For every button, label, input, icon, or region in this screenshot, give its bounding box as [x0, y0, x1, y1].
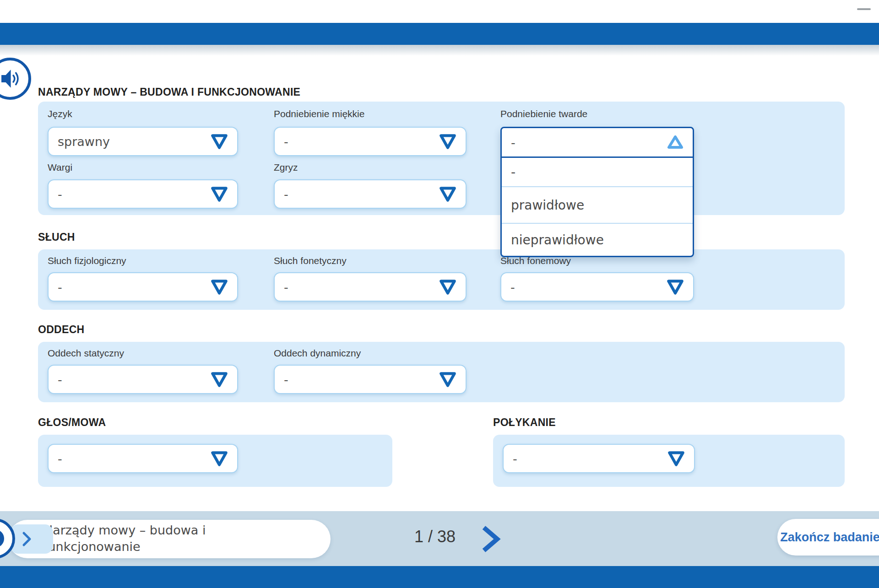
dropdown-sluch-fonemowy[interactable]: - — [500, 272, 694, 302]
current-section-title-line1: Narządy mowy – budowa i — [43, 522, 206, 539]
dropdown-value: - — [504, 452, 517, 466]
dropdown-oddech-dynamiczny[interactable]: - — [274, 365, 467, 394]
dropdown-option-prawidlowe[interactable]: prawidłowe — [502, 186, 693, 223]
current-section-pill: Narządy mowy – budowa i funkcjonowanie — [8, 520, 331, 558]
footer-blue-strip — [0, 566, 879, 588]
section-heading-glos-mowa: GŁOS/MOWA — [38, 416, 106, 429]
label-oddech-dynamiczny: Oddech dynamiczny — [274, 348, 361, 359]
chevron-down-icon — [209, 370, 230, 389]
dropdown-value: - — [275, 280, 288, 294]
dropdown-value: - — [275, 372, 288, 387]
top-blue-bar — [0, 23, 879, 45]
dropdown-podniebienie-miekkie[interactable]: - — [274, 127, 467, 156]
dropdown-polykanie[interactable]: - — [503, 444, 695, 473]
dropdown-value: - — [49, 187, 62, 201]
chevron-down-icon — [209, 184, 230, 204]
dropdown-value: - — [501, 280, 515, 294]
record-dot-icon — [0, 529, 4, 548]
chevron-down-icon — [209, 449, 230, 468]
app-window: NARZĄDY MOWY – BUDOWA I FUNKCJONOWANIE J… — [0, 0, 879, 588]
label-podniebienie-miekkie: Podniebienie miękkie — [274, 108, 364, 119]
section-heading-narzady-mowy: NARZĄDY MOWY – BUDOWA I FUNKCJONOWANIE — [38, 86, 300, 98]
chevron-right-icon — [484, 528, 497, 550]
chevron-down-icon — [209, 132, 230, 151]
audio-button[interactable] — [0, 58, 31, 100]
section-heading-sluch: SŁUCH — [38, 231, 75, 243]
dropdown-selected-value: - — [502, 135, 515, 150]
label-zgryz: Zgryz — [274, 162, 298, 173]
chevron-down-icon — [437, 370, 458, 389]
finish-exam-label: Zakończ badanie — [780, 530, 879, 545]
chevron-down-icon — [437, 132, 458, 151]
dropdown-value: - — [49, 372, 62, 387]
chevron-down-icon — [666, 449, 687, 468]
dropdown-jezyk[interactable]: sprawny — [48, 127, 238, 156]
label-jezyk: Język — [48, 108, 72, 119]
dropdown-option-dash[interactable]: - — [502, 158, 693, 186]
dropdown-option-nieprawidlowe[interactable]: nieprawidłowe — [502, 223, 693, 256]
dropdown-oddech-statyczny[interactable]: - — [48, 365, 238, 394]
dropdown-sluch-fonetyczny[interactable]: - — [274, 272, 467, 302]
top-bar-shadow — [0, 45, 879, 56]
page-indicator: 1 / 38 — [398, 527, 472, 546]
dropdown-sluch-fizjologiczny[interactable]: - — [48, 272, 238, 302]
current-section-title-line2: funkcjonowanie — [43, 539, 206, 555]
chevron-down-icon — [437, 277, 458, 297]
next-page-button[interactable] — [480, 524, 502, 554]
dropdown-zgryz[interactable]: - — [274, 179, 467, 209]
finish-exam-button[interactable]: Zakończ badanie — [777, 519, 879, 556]
chevron-up-icon — [665, 133, 685, 151]
dropdown-jezyk-value: sprawny — [49, 135, 110, 149]
dropdown-value: - — [275, 135, 288, 149]
section-heading-polykanie: POŁYKANIE — [493, 416, 556, 429]
dropdown-value: - — [49, 280, 62, 294]
dropdown-value: - — [275, 187, 288, 201]
section-heading-oddech: ODDECH — [38, 324, 84, 336]
chevron-right-icon — [22, 531, 32, 547]
chevron-down-icon — [437, 184, 458, 204]
label-sluch-fizjologiczny: Słuch fizjologiczny — [48, 255, 126, 266]
current-section-title: Narządy mowy – budowa i funkcjonowanie — [43, 522, 206, 555]
dropdown-podniebienie-twarde-open[interactable]: - - prawidłowe nieprawidłowe — [500, 127, 694, 257]
label-sluch-fonetyczny: Słuch fonetyczny — [274, 255, 347, 266]
chevron-down-icon — [665, 277, 686, 297]
chevron-down-icon — [209, 277, 230, 297]
label-oddech-statyczny: Oddech statyczny — [48, 348, 124, 359]
sections-menu-button[interactable] — [10, 524, 53, 554]
dropdown-selected-row[interactable]: - — [502, 128, 693, 158]
dropdown-glos-mowa[interactable]: - — [48, 444, 238, 473]
speaker-icon — [0, 65, 24, 92]
dropdown-value: - — [49, 452, 62, 466]
dropdown-wargi[interactable]: - — [48, 179, 238, 209]
label-podniebienie-twarde: Podniebienie twarde — [500, 108, 587, 119]
minimize-icon[interactable] — [857, 8, 871, 10]
label-wargi: Wargi — [48, 162, 72, 173]
